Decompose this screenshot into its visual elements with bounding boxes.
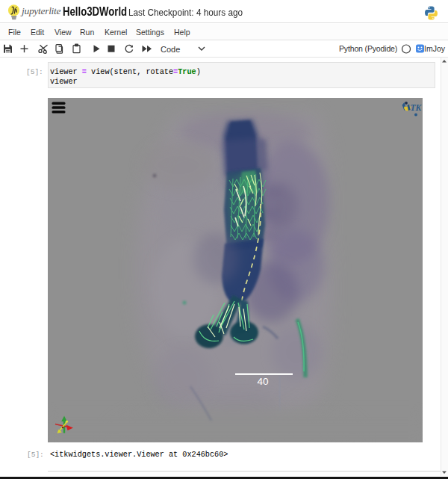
svg-text:40: 40 [257, 376, 268, 387]
svg-text:TK: TK [411, 103, 423, 112]
